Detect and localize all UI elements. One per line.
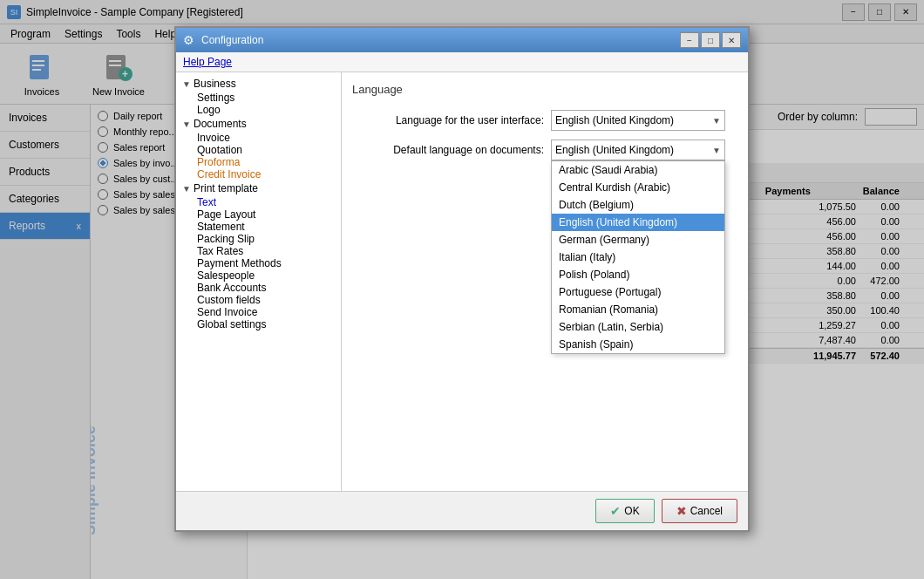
dropdown-item[interactable]: Spanish (Spain) — [552, 336, 724, 353]
ok-label: OK — [624, 505, 639, 517]
tree-leaf-proforma[interactable]: Proforma — [176, 156, 341, 168]
tree-leaf-tax-rates[interactable]: Tax Rates — [176, 245, 341, 257]
config-dialog: ⚙ Configuration − □ ✕ Help Page ▼ Busine… — [174, 26, 750, 532]
tree-leaf-text[interactable]: Text — [176, 196, 341, 208]
tree-label-print-template: Print template — [194, 182, 258, 194]
tree-leaf-global-settings[interactable]: Global settings — [176, 318, 341, 330]
ok-button[interactable]: ✔ OK — [595, 499, 654, 523]
dialog-maximize-btn[interactable]: □ — [701, 32, 720, 48]
tree-label-business: Business — [194, 78, 236, 90]
ok-icon: ✔ — [610, 504, 621, 518]
tree-leaf-packing-slip[interactable]: Packing Slip — [176, 233, 341, 245]
tree-leaf-payment-methods[interactable]: Payment Methods — [176, 257, 341, 269]
dropdown-item[interactable]: German (Germany) — [552, 231, 724, 249]
dialog-title-bar: ⚙ Configuration − □ ✕ — [176, 28, 748, 52]
dropdown-item[interactable]: English (United Kingdom) — [552, 214, 724, 231]
doc-language-label: Default language on documents: — [352, 144, 544, 156]
dialog-body: ▼ Business Settings Logo ▼ Documents Inv… — [176, 72, 748, 491]
dropdown-item[interactable]: Polish (Poland) — [552, 266, 724, 283]
dialog-title-text: Configuration — [201, 34, 673, 46]
tree-leaf-send-invoice[interactable]: Send Invoice — [176, 306, 341, 318]
help-link[interactable]: Help Page — [183, 56, 232, 68]
ui-language-arrow: ▼ — [712, 116, 721, 126]
tree-panel: ▼ Business Settings Logo ▼ Documents Inv… — [176, 72, 342, 491]
cancel-button[interactable]: ✖ Cancel — [662, 499, 737, 523]
tree-label-documents: Documents — [194, 118, 247, 130]
dropdown-item[interactable]: Romanian (Romania) — [552, 301, 724, 318]
tree-leaf-custom-fields[interactable]: Custom fields — [176, 294, 341, 306]
tree-leaf-salespeople[interactable]: Salespeople — [176, 269, 341, 282]
tree-arrow-print-template: ▼ — [180, 184, 194, 194]
tree-leaf-settings[interactable]: Settings — [176, 92, 341, 104]
tree-leaf-invoice[interactable]: Invoice — [176, 132, 341, 144]
cancel-icon: ✖ — [676, 504, 687, 518]
dialog-help-bar: Help Page — [176, 52, 748, 72]
right-panel: Language Language for the user interface… — [342, 72, 748, 491]
doc-language-value: English (United Kingdom) — [555, 144, 674, 156]
tree-arrow-business: ▼ — [180, 79, 194, 89]
tree-leaf-credit-invoice[interactable]: Credit Invoice — [176, 168, 341, 181]
tree-leaf-page-layout[interactable]: Page Layout — [176, 208, 341, 221]
ui-language-label: Language for the user interface: — [352, 114, 544, 126]
dialog-footer: ✔ OK ✖ Cancel — [176, 491, 748, 530]
tree-leaf-logo[interactable]: Logo — [176, 104, 341, 116]
ui-language-value: English (United Kingdom) — [555, 114, 674, 126]
dialog-window-controls: − □ ✕ — [680, 32, 741, 48]
dialog-title-icon: ⚙ — [183, 33, 194, 47]
dropdown-item[interactable]: Central Kurdish (Arabic) — [552, 179, 724, 196]
dropdown-item[interactable]: Arabic (Saudi Arabia) — [552, 161, 724, 179]
doc-language-dropdown-container: English (United Kingdom) ▼ Arabic (Saudi… — [551, 140, 725, 160]
ui-language-row: Language for the user interface: English… — [352, 110, 737, 131]
doc-language-dropdown-list: Arabic (Saudi Arabia)Central Kurdish (Ar… — [551, 160, 725, 354]
tree-leaf-statement[interactable]: Statement — [176, 221, 341, 233]
tree-arrow-documents: ▼ — [180, 119, 194, 129]
modal-overlay: ⚙ Configuration − □ ✕ Help Page ▼ Busine… — [0, 0, 924, 579]
ui-language-select[interactable]: English (United Kingdom) ▼ — [551, 110, 725, 131]
doc-language-select[interactable]: English (United Kingdom) ▼ — [551, 140, 725, 160]
doc-language-arrow: ▼ — [712, 146, 721, 155]
section-title: Language — [352, 83, 737, 96]
dropdown-item[interactable]: Italian (Italy) — [552, 249, 724, 266]
tree-node-business[interactable]: ▼ Business — [176, 76, 341, 92]
dropdown-item[interactable]: Portuguese (Portugal) — [552, 283, 724, 301]
dropdown-item[interactable]: Serbian (Latin, Serbia) — [552, 318, 724, 336]
cancel-label: Cancel — [690, 505, 723, 517]
dropdown-item[interactable]: Dutch (Belgium) — [552, 196, 724, 214]
tree-node-documents[interactable]: ▼ Documents — [176, 116, 341, 132]
ui-language-dropdown-container: English (United Kingdom) ▼ — [551, 110, 725, 131]
tree-leaf-bank-accounts[interactable]: Bank Accounts — [176, 282, 341, 294]
dialog-close-btn[interactable]: ✕ — [722, 32, 741, 48]
tree-leaf-quotation[interactable]: Quotation — [176, 144, 341, 156]
tree-node-print-template[interactable]: ▼ Print template — [176, 181, 341, 196]
dialog-minimize-btn[interactable]: − — [680, 32, 699, 48]
doc-language-row: Default language on documents: English (… — [352, 140, 737, 160]
